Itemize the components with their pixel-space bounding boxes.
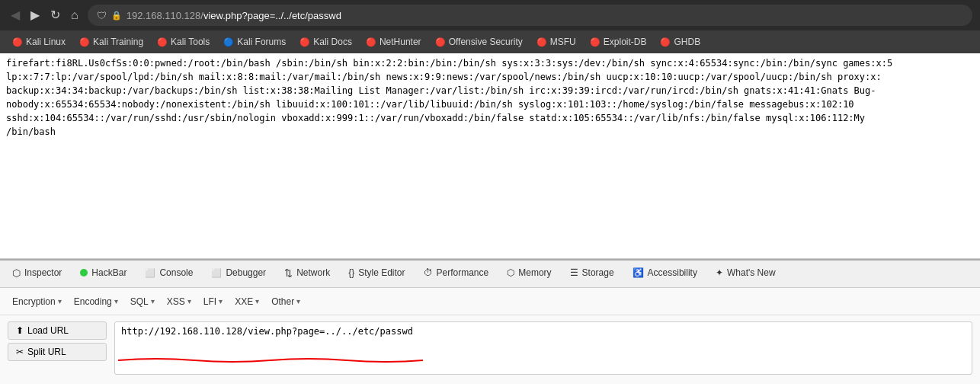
content-line-5: sshd:x:104:65534::/var/run/sshd:/usr/sbi… xyxy=(6,111,974,125)
page-content: firefart:fi8RL.Us0cfSs:0:0:pwned:/root:/… xyxy=(0,53,980,259)
ghdb-icon: 🔴 xyxy=(660,37,671,47)
address-text: 192.168.110.128/view.php?page=../../etc/… xyxy=(127,10,963,21)
lfi-menu[interactable]: LFI ▾ xyxy=(199,294,227,309)
content-line-6: /bin/bash xyxy=(6,125,974,139)
split-url-button[interactable]: ✂ Split URL xyxy=(8,343,107,361)
bookmark-label: Kali Linux xyxy=(26,37,66,47)
lfi-label: LFI xyxy=(203,296,216,307)
tab-memory-label: Memory xyxy=(518,267,551,278)
sql-label: SQL xyxy=(130,296,149,307)
tab-whats-new[interactable]: ✦ What's New xyxy=(706,261,785,288)
load-url-button[interactable]: ⬆ Load URL xyxy=(8,321,107,340)
network-icon: ⇅ xyxy=(284,267,293,279)
hackbar-actions: ⬆ Load URL ✂ Split URL xyxy=(8,321,107,361)
bookmark-label: GHDB xyxy=(674,37,700,47)
xss-dropdown-icon: ▾ xyxy=(187,297,191,305)
xxe-label: XXE xyxy=(235,296,253,307)
tab-inspector[interactable]: ⬡ Inspector xyxy=(3,261,71,288)
bookmark-msfu[interactable]: 🔴 MSFU xyxy=(530,34,582,50)
tab-accessibility[interactable]: ♿ Accessibility xyxy=(623,261,706,288)
kali-linux-icon: 🔴 xyxy=(12,37,23,47)
reload-button[interactable]: ↻ xyxy=(47,6,63,24)
tab-debugger[interactable]: ⬜ Debugger xyxy=(202,261,275,288)
address-bar[interactable]: 🛡 🔒 192.168.110.128/view.php?page=../../… xyxy=(88,5,972,26)
tab-memory[interactable]: ⬡ Memory xyxy=(498,261,560,288)
tab-hackbar[interactable]: HackBar xyxy=(71,261,136,288)
tab-storage-label: Storage xyxy=(582,267,614,278)
address-domain: 192.168.110.128/ xyxy=(127,10,203,21)
tab-network[interactable]: ⇅ Network xyxy=(275,261,339,288)
bookmark-kali-linux[interactable]: 🔴 Kali Linux xyxy=(6,34,72,50)
other-menu[interactable]: Other ▾ xyxy=(267,294,305,309)
encryption-menu[interactable]: Encryption ▾ xyxy=(8,294,66,309)
hackbar-url-input[interactable] xyxy=(114,321,972,375)
shield-icon: 🛡 xyxy=(97,10,107,21)
other-dropdown-icon: ▾ xyxy=(296,297,300,305)
hackbar-toolbar: Encryption ▾ Encoding ▾ SQL ▾ XSS ▾ LFI … xyxy=(0,288,980,315)
bookmark-offensive-security[interactable]: 🔴 Offensive Security xyxy=(429,34,529,50)
devtools-tabs: ⬡ Inspector HackBar ⬜ Console ⬜ Debugger… xyxy=(0,261,980,288)
encoding-label: Encoding xyxy=(74,296,112,307)
bookmark-kali-tools[interactable]: 🔴 Kali Tools xyxy=(151,34,216,50)
bookmark-kali-forums[interactable]: 🔵 Kali Forums xyxy=(217,34,292,50)
tab-style-editor-label: Style Editor xyxy=(358,267,405,278)
bookmark-label: Kali Docs xyxy=(313,37,352,47)
nethunter-icon: 🔴 xyxy=(366,37,376,47)
split-url-label: Split URL xyxy=(27,347,66,357)
bookmark-label: MSFU xyxy=(550,37,576,47)
msfu-icon: 🔴 xyxy=(536,37,547,47)
hackbar-dot-icon xyxy=(80,269,88,277)
style-editor-icon: {} xyxy=(348,267,354,278)
tab-hackbar-label: HackBar xyxy=(91,267,127,278)
address-path: view.php?page=../../etc/passwd xyxy=(203,10,341,21)
exploit-db-icon: 🔴 xyxy=(590,37,600,47)
sql-menu[interactable]: SQL ▾ xyxy=(126,294,159,309)
bookmark-kali-docs[interactable]: 🔴 Kali Docs xyxy=(293,34,358,50)
kali-training-icon: 🔴 xyxy=(79,37,90,47)
bookmark-label: Offensive Security xyxy=(449,37,523,47)
tab-inspector-label: Inspector xyxy=(24,267,62,278)
bookmark-nethunter[interactable]: 🔴 NetHunter xyxy=(360,34,428,50)
bookmark-exploit-db[interactable]: 🔴 Exploit-DB xyxy=(584,34,653,50)
storage-icon: ☰ xyxy=(570,267,578,278)
bookmark-label: Kali Tools xyxy=(171,37,210,47)
debugger-icon: ⬜ xyxy=(211,268,222,278)
home-button[interactable]: ⌂ xyxy=(68,6,82,24)
tab-storage[interactable]: ☰ Storage xyxy=(561,261,623,288)
browser-titlebar: ◀ ▶ ↻ ⌂ 🛡 🔒 192.168.110.128/view.php?pag… xyxy=(0,0,980,30)
sql-dropdown-icon: ▾ xyxy=(151,297,155,305)
content-line-2: lp:x:7:7:lp:/var/spool/lpd:/bin/sh mail:… xyxy=(6,70,974,84)
bookmark-label: Kali Training xyxy=(93,37,143,47)
bookmark-ghdb[interactable]: 🔴 GHDB xyxy=(654,34,706,50)
tab-console[interactable]: ⬜ Console xyxy=(136,261,202,288)
load-url-label: Load URL xyxy=(27,325,69,336)
xss-menu[interactable]: XSS ▾ xyxy=(162,294,196,309)
console-icon: ⬜ xyxy=(145,268,155,278)
bookmarks-bar: 🔴 Kali Linux 🔴 Kali Training 🔴 Kali Tool… xyxy=(0,30,980,53)
tab-network-label: Network xyxy=(296,267,330,278)
content-line-3: backup:x:34:34:backup:/var/backups:/bin/… xyxy=(6,84,974,98)
content-line-1: firefart:fi8RL.Us0cfSs:0:0:pwned:/root:/… xyxy=(6,56,974,70)
xss-label: XSS xyxy=(167,296,185,307)
bookmark-kali-training[interactable]: 🔴 Kali Training xyxy=(73,34,149,50)
encoding-menu[interactable]: Encoding ▾ xyxy=(69,294,123,309)
inspector-icon: ⬡ xyxy=(12,267,21,279)
hackbar-input-wrap xyxy=(114,321,972,377)
hackbar-body: ⬆ Load URL ✂ Split URL xyxy=(0,315,980,384)
lfi-dropdown-icon: ▾ xyxy=(219,297,223,305)
performance-icon: ⏱ xyxy=(424,267,433,278)
whats-new-icon: ✦ xyxy=(716,267,723,278)
tab-style-editor[interactable]: {} Style Editor xyxy=(339,261,414,288)
forward-button[interactable]: ▶ xyxy=(27,6,43,24)
xxe-dropdown-icon: ▾ xyxy=(255,297,259,305)
back-button[interactable]: ◀ xyxy=(8,6,23,24)
nav-buttons: ◀ ▶ ↻ ⌂ xyxy=(8,6,82,24)
kali-tools-icon: 🔴 xyxy=(157,37,168,47)
memory-icon: ⬡ xyxy=(507,267,514,278)
xxe-menu[interactable]: XXE ▾ xyxy=(230,294,264,309)
bookmark-label: Kali Forums xyxy=(237,37,286,47)
encryption-label: Encryption xyxy=(12,296,56,307)
split-url-icon: ✂ xyxy=(16,347,24,357)
tab-performance[interactable]: ⏱ Performance xyxy=(415,261,498,288)
content-line-4: nobody:x:65534:65534:nobody:/nonexistent… xyxy=(6,98,974,111)
